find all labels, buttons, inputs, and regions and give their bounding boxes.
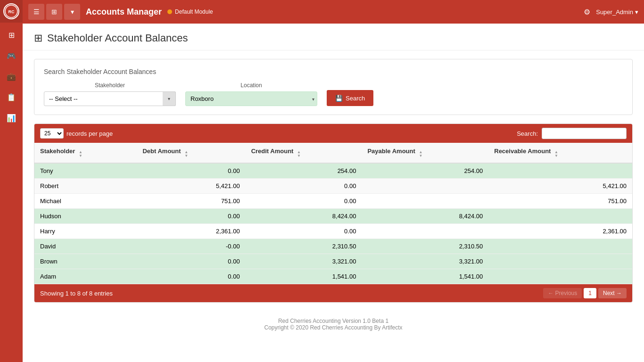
grid-menu-button[interactable]: ⊞ [46, 4, 62, 20]
table-cell: 0.00 [137, 209, 245, 224]
data-table: Stakeholder ▲▼ Debt Amount ▲▼ Credit Amo… [34, 143, 632, 284]
app-title: Accounts Manager [86, 7, 162, 17]
page-1-button[interactable]: 1 [584, 288, 596, 298]
topbar-right: ⚙ Super_Admin ▾ [584, 8, 638, 16]
sidebar-item-analytics[interactable]: 📊 [0, 107, 23, 128]
sidebar-item-accounts[interactable]: 💼 [0, 66, 23, 87]
content-area: ⊞ Stakeholder Account Balances Search St… [23, 24, 644, 362]
prev-page-button[interactable]: ← Previous [543, 288, 582, 298]
table-cell: 0.00 [137, 163, 245, 179]
sidebar: RC ⊞ 🎮 💼 📋 📊 [0, 0, 23, 362]
table-cell: 0.00 [246, 224, 362, 239]
table-grid-icon: ⊞ [34, 32, 42, 44]
table-cell: 3,321.00 [362, 254, 488, 269]
table-search-input[interactable] [542, 128, 627, 139]
table-cell [362, 179, 488, 194]
col-credit[interactable]: Credit Amount ▲▼ [246, 143, 362, 163]
sort-icons-credit: ▲▼ [297, 150, 301, 158]
col-stakeholder[interactable]: Stakeholder ▲▼ [34, 143, 137, 163]
table-cell: 5,421.00 [488, 179, 632, 194]
table-cell: Hudson [34, 209, 137, 224]
col-payable[interactable]: Payable Amount ▲▼ [362, 143, 488, 163]
table-row: Michael751.000.00751.00 [34, 194, 632, 209]
main-area: ☰ ⊞ ▾ Accounts Manager Default Module ⚙ … [23, 0, 644, 362]
page-header: ⊞ Stakeholder Account Balances [23, 24, 644, 50]
table-cell: 3,321.00 [246, 254, 362, 269]
footer-line1: Red Cherries Accounting Version 1.0 Beta… [29, 318, 637, 324]
table-cell [488, 239, 632, 254]
table-cell [488, 209, 632, 224]
sort-icons-receivable: ▲▼ [554, 150, 558, 158]
admin-dropdown-icon: ▾ [635, 8, 638, 16]
grid-icon: ⊞ [51, 8, 57, 16]
table-cell [488, 254, 632, 269]
table-cell: 2,361.00 [488, 224, 632, 239]
col-debt[interactable]: Debt Amount ▲▼ [137, 143, 245, 163]
app-footer: Red Cherries Accounting Version 1.0 Beta… [23, 311, 644, 337]
table-cell [488, 163, 632, 179]
table-row: Adam0.001,541.001,541.00 [34, 269, 632, 284]
table-row: Hudson0.008,424.008,424.00 [34, 209, 632, 224]
table-header-row: Stakeholder ▲▼ Debt Amount ▲▼ Credit Amo… [34, 143, 632, 163]
table-cell: 1,541.00 [362, 269, 488, 284]
sidebar-item-games[interactable]: 🎮 [0, 45, 23, 66]
table-cell: 0.00 [246, 179, 362, 194]
page-title: ⊞ Stakeholder Account Balances [34, 32, 633, 44]
page-title-text: Stakeholder Account Balances [47, 32, 188, 44]
stakeholder-label: Stakeholder [44, 82, 176, 89]
sidebar-logo[interactable]: RC [0, 0, 23, 23]
table-footer: Showing 1 to 8 of 8 entries ← Previous 1… [34, 284, 632, 302]
table-cell [362, 194, 488, 209]
badge-dot-icon [167, 9, 172, 14]
table-cell [488, 269, 632, 284]
table-toolbar: 25 10 50 100 records per page Search: [34, 124, 632, 143]
search-button[interactable]: 💾 Search [327, 90, 373, 106]
location-select[interactable]: Roxboro [185, 91, 317, 106]
table-cell: 5,421.00 [137, 179, 245, 194]
col-receivable[interactable]: Receivable Amount ▲▼ [488, 143, 632, 163]
search-button-label: Search [346, 95, 365, 102]
table-cell: 254.00 [246, 163, 362, 179]
table-row: Tony0.00254.00254.00 [34, 163, 632, 179]
location-select-wrapper: Roxboro ▾ [185, 91, 317, 106]
records-per-page-control: 25 10 50 100 records per page [40, 128, 113, 139]
table-row: David-0.002,310.502,310.50 [34, 239, 632, 254]
chevron-down-icon: ▾ [71, 8, 74, 16]
svg-text:RC: RC [8, 9, 15, 14]
table-cell: Brown [34, 254, 137, 269]
table-cell [362, 224, 488, 239]
table-cell: Tony [34, 163, 137, 179]
next-page-button[interactable]: Next → [598, 288, 627, 298]
stakeholder-dropdown-arrow[interactable]: ▾ [163, 91, 176, 106]
search-fields: Stakeholder -- Select -- ▾ Location Roxb… [44, 82, 623, 106]
table-cell: 1,541.00 [246, 269, 362, 284]
table-container: 25 10 50 100 records per page Search: [34, 123, 633, 303]
table-cell: Harry [34, 224, 137, 239]
hamburger-menu-button[interactable]: ☰ [28, 4, 44, 20]
settings-icon[interactable]: ⚙ [584, 8, 590, 16]
table-cell: Michael [34, 194, 137, 209]
default-module-badge: Default Module [167, 8, 213, 15]
table-cell: 751.00 [488, 194, 632, 209]
table-cell: 0.00 [137, 254, 245, 269]
sidebar-item-reports[interactable]: 📋 [0, 87, 23, 107]
table-cell: 2,310.50 [246, 239, 362, 254]
games-icon: 🎮 [7, 51, 16, 60]
table-cell: Robert [34, 179, 137, 194]
search-panel-title: Search Stakeholder Account Balances [44, 68, 623, 75]
table-cell: 0.00 [137, 269, 245, 284]
dashboard-icon: ⊞ [8, 31, 15, 40]
stakeholder-select[interactable]: -- Select -- [44, 91, 176, 106]
table-cell: 0.00 [246, 194, 362, 209]
table-search-label: Search: [517, 130, 538, 137]
table-cell: Adam [34, 269, 137, 284]
per-page-select[interactable]: 25 10 50 100 [40, 128, 64, 139]
footer-line2: Copyright © 2020 Red Cherries Accounting… [29, 324, 637, 331]
chevron-down-button[interactable]: ▾ [64, 4, 80, 20]
admin-user-button[interactable]: Super_Admin ▾ [596, 8, 638, 16]
table-cell: 751.00 [137, 194, 245, 209]
sidebar-item-dashboard[interactable]: ⊞ [0, 25, 23, 45]
table-cell: 2,361.00 [137, 224, 245, 239]
location-label: Location [185, 82, 317, 89]
analytics-icon: 📊 [7, 114, 16, 123]
